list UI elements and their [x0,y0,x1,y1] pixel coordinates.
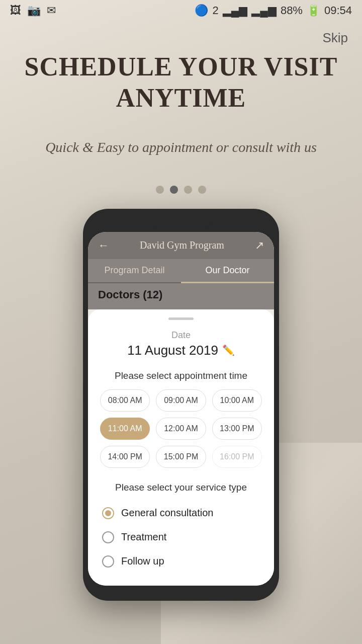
time-0900[interactable]: 09:00 AM [156,389,206,412]
time-section-title: Please select appointment time [100,370,262,381]
modal-sheet: Date 11 August 2019 ✏️ Please select app… [88,309,274,586]
phone-screen: ← David Gym Program ↗ Program Detail Our… [88,232,274,586]
dot-4[interactable] [198,186,206,194]
phone-notch [151,219,211,228]
radio-treatment[interactable] [102,531,114,543]
status-bar: 🖼 📷 ✉ 🔵 2 ▂▄▆ ▂▄▆ 88% 🔋 09:54 [0,0,362,21]
camera-icon: 📷 [27,4,41,17]
time-1000[interactable]: 10:00 AM [212,389,262,412]
time-1300[interactable]: 13:00 PM [212,418,262,440]
time-label: 09:54 [324,4,352,17]
status-bar-left: 🖼 📷 ✉ [10,4,56,17]
phone-tabs: Program Detail Our Doctor [88,259,274,283]
time-1400[interactable]: 14:00 PM [100,446,150,468]
message-icon: ✉ [47,4,56,17]
battery-icon: 🔋 [307,4,320,17]
service-followup-label: Follow up [121,555,164,567]
skip-button[interactable]: Skip [322,30,348,46]
tab-our-doctor[interactable]: Our Doctor [181,259,274,283]
hero-section: SCHEDULE YOUR VISIT ANYTIME Quick & Easy… [0,21,362,166]
image-icon: 🖼 [10,4,21,17]
time-1200[interactable]: 12:00 AM [156,418,206,440]
modal-handle [168,317,194,320]
signal-icon: ▂▄▆ [223,4,248,17]
service-general[interactable]: General consultation [100,501,262,525]
tab-program-detail[interactable]: Program Detail [88,259,181,282]
date-label: Date [100,330,262,341]
dot-3[interactable] [184,186,192,194]
signal2-icon: ▂▄▆ [251,4,277,17]
date-text: 11 August 2019 [127,343,218,358]
carousel-dots [0,186,362,194]
service-treatment[interactable]: Treatment [100,525,262,549]
dot-1[interactable] [156,186,164,194]
service-treatment-label: Treatment [121,531,166,543]
service-general-label: General consultation [121,507,213,519]
share-icon[interactable]: ↗ [255,239,264,252]
hero-title: SCHEDULE YOUR VISIT ANYTIME [20,51,342,114]
time-grid: 08:00 AM 09:00 AM 10:00 AM 11:00 AM 12:0… [100,389,262,468]
date-value: 11 August 2019 ✏️ [100,343,262,358]
status-bar-right: 🔵 2 ▂▄▆ ▂▄▆ 88% 🔋 09:54 [195,4,352,17]
phone-mockup: ← David Gym Program ↗ Program Detail Our… [83,209,279,601]
doctors-count: Doctors (12) [98,288,162,301]
radio-general[interactable] [102,507,114,519]
nav-title: David Gym Program [140,239,224,251]
phone-mockup-container: ← David Gym Program ↗ Program Detail Our… [0,209,362,601]
bluetooth-icon: 🔵 [195,4,208,17]
time-1600: 16:00 PM [212,446,262,468]
service-section: Please select your service type General … [100,482,262,574]
time-1100[interactable]: 11:00 AM [100,418,150,440]
battery-label: 88% [281,4,303,17]
dot-2[interactable] [170,186,178,194]
phone-nav: ← David Gym Program ↗ [88,232,274,259]
hero-subtitle: Quick & Easy to appointment or consult w… [20,139,342,155]
time-0800[interactable]: 08:00 AM [100,389,150,412]
radio-followup[interactable] [102,555,114,568]
doctors-header: Doctors (12) [88,283,274,309]
service-section-title: Please select your service type [100,482,262,493]
sim-icon: 2 [212,4,218,17]
back-icon[interactable]: ← [98,239,109,252]
pencil-icon[interactable]: ✏️ [222,344,235,356]
time-1500[interactable]: 15:00 PM [156,446,206,468]
service-followup[interactable]: Follow up [100,549,262,574]
